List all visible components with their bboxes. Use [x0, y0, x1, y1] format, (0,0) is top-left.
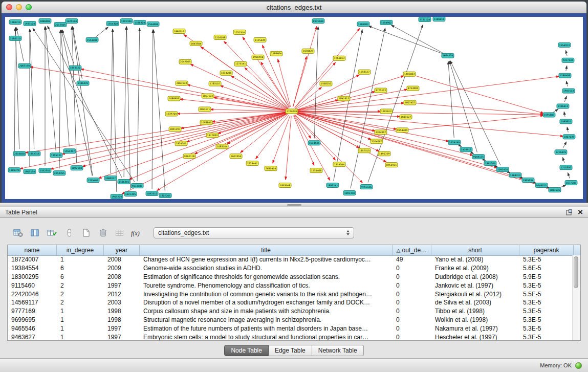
graph-node-label: 1554913	[559, 44, 570, 47]
graph-node-label: 1552351	[40, 169, 51, 172]
screen: citations_edges.txt 17240761186604196691…	[0, 0, 588, 372]
column-header-year[interactable]: year	[104, 245, 140, 255]
graph-edge	[450, 61, 500, 165]
new-table-icon[interactable]	[79, 227, 93, 239]
table-row[interactable]: 946362711997Embryonic stem cells: a mode…	[8, 333, 573, 340]
cell-name: 18724007	[8, 256, 57, 263]
function-builder-icon[interactable]: f(x)	[129, 227, 143, 239]
cell-in_degree: 2	[57, 291, 104, 298]
cell-name: 9115460	[8, 282, 57, 289]
table-row[interactable]: 946554611997Estimation of the future num…	[8, 324, 573, 333]
table-row[interactable]: 2242004622012Investigating the contribut…	[8, 290, 573, 298]
graph-node-label: 1429104	[67, 20, 77, 23]
close-panel-icon[interactable]: ×	[578, 208, 583, 216]
vertical-scrollbar[interactable]	[572, 255, 580, 340]
graph-node-label: 7625441	[247, 162, 258, 165]
column-label: title	[261, 247, 271, 254]
column-header-in_degree[interactable]: in_degree	[57, 245, 104, 255]
graph-node-label: 1853120	[70, 67, 81, 69]
show-columns-icon[interactable]	[28, 227, 42, 239]
table-row[interactable]: 911546021997Tourette syndrome. Phenomeno…	[8, 281, 573, 290]
tab-edge-table[interactable]: Edge Table	[269, 345, 312, 356]
cell-title: Structural magnetic resonance image aver…	[140, 316, 393, 323]
table-body: 1872400712008Changes of HCN gene express…	[8, 255, 573, 340]
graph-node-label: 1201612	[381, 110, 392, 113]
column-header-title[interactable]: title	[140, 245, 393, 255]
column-header-pagerank[interactable]: pagerank	[519, 245, 574, 255]
divider-grip-icon[interactable]	[287, 204, 301, 206]
cell-short: de Silva et al. (2003)	[431, 299, 519, 306]
import-table-icon[interactable]	[113, 227, 126, 239]
graph-edge	[15, 28, 19, 149]
graph-node-label: 1514544	[334, 163, 345, 166]
graph-node-label: 1086933	[169, 97, 180, 100]
graph-edge	[563, 142, 567, 148]
tab-node-table[interactable]: Node Table	[224, 345, 269, 356]
zoom-window-button[interactable]	[26, 4, 32, 10]
graph-edge	[351, 28, 385, 189]
graph-edge	[152, 30, 153, 189]
close-window-button[interactable]	[6, 4, 12, 10]
desktop-background: citations_edges.txt 17240761186604196691…	[0, 0, 588, 203]
cell-in_degree: 1	[57, 308, 104, 315]
graph-edge	[368, 26, 443, 54]
graph-node-label: 1664313	[510, 174, 521, 177]
graph-edge	[16, 28, 24, 61]
graph-edge	[293, 27, 317, 107]
cell-short: Wolkin et al. (1998)	[431, 316, 519, 323]
cell-title: Estimation of the future numbers of pati…	[140, 325, 393, 332]
network-canvas[interactable]: 1724076118660419669101275141181420617831…	[5, 17, 583, 199]
graph-edge	[296, 75, 359, 109]
minimize-window-button[interactable]	[16, 4, 22, 10]
table-row[interactable]: 1938455462009Genome-wide association stu…	[8, 264, 573, 273]
graph-node-label: 9154409	[397, 129, 408, 132]
cell-year: 1998	[104, 316, 140, 323]
graph-node-label: 1554902	[381, 21, 392, 24]
window-title: citations_edges.txt	[267, 4, 322, 11]
float-panel-icon[interactable]	[566, 209, 572, 215]
cell-name: 19384554	[8, 265, 57, 272]
graph-node-label: 2131104	[420, 18, 430, 21]
table-select-combo[interactable]: citations_edges.txt	[154, 227, 354, 238]
traffic-lights	[6, 4, 32, 10]
graph-node-label: 1664274	[443, 54, 453, 57]
table-row[interactable]: 1830029562008Estimation of significance …	[8, 273, 573, 281]
graph-edge	[111, 29, 113, 173]
column-header-short[interactable]: short	[431, 245, 519, 255]
cell-pagerank: 5.3E-5	[519, 282, 573, 289]
graph-node-label: 1861205	[485, 162, 496, 165]
graph-node-label: 1186210	[10, 21, 21, 24]
scrollbar-thumb[interactable]	[574, 256, 578, 288]
graph-node-label: 8954921	[386, 164, 397, 166]
tab-network-table[interactable]: Network Table	[312, 345, 364, 356]
graph-node-label: 2042005	[180, 60, 191, 63]
graph-node-label: 1905334	[523, 179, 534, 182]
cell-name: 9465546	[8, 325, 57, 332]
column-header-name[interactable]: name	[8, 245, 57, 255]
graph-node-label: 1210350	[561, 166, 572, 169]
window-titlebar[interactable]: citations_edges.txt	[2, 2, 586, 13]
row-selector-icon[interactable]	[62, 227, 76, 239]
column-header-out_degree[interactable]: △out_de…	[393, 245, 431, 255]
table-settings-icon[interactable]	[11, 227, 25, 239]
cell-year: 1997	[104, 282, 140, 289]
table-row[interactable]: 1872400712008Changes of HCN gene express…	[8, 255, 573, 264]
graph-node-label: 1853048	[280, 184, 291, 187]
graph-node-label: 1724076	[287, 110, 297, 113]
panel-resize-divider[interactable]	[0, 203, 588, 207]
cell-title: Genome-wide association studies in ADHD.	[140, 265, 393, 272]
delete-table-icon[interactable]	[96, 227, 110, 239]
table-row[interactable]: 977716911998Corpus callosum shape and si…	[8, 307, 573, 316]
create-column-icon[interactable]	[45, 227, 59, 239]
column-label: year	[116, 247, 127, 254]
cell-name: 18300295	[8, 273, 57, 280]
cell-pagerank: 5.3E-5	[519, 325, 573, 332]
table-row[interactable]: 1456911722003Disruption of a novel membe…	[8, 298, 573, 307]
table-row[interactable]: 969969511998Structural magnetic resonanc…	[8, 316, 573, 324]
column-label: short	[468, 247, 482, 254]
cell-pagerank: 5.3E-5	[519, 316, 573, 323]
graph-node-label: 9755126	[361, 186, 372, 188]
graph-node-label: 9262118	[184, 155, 195, 158]
cell-year: 2009	[104, 265, 140, 272]
graph-node-label: 1093845	[201, 121, 212, 124]
